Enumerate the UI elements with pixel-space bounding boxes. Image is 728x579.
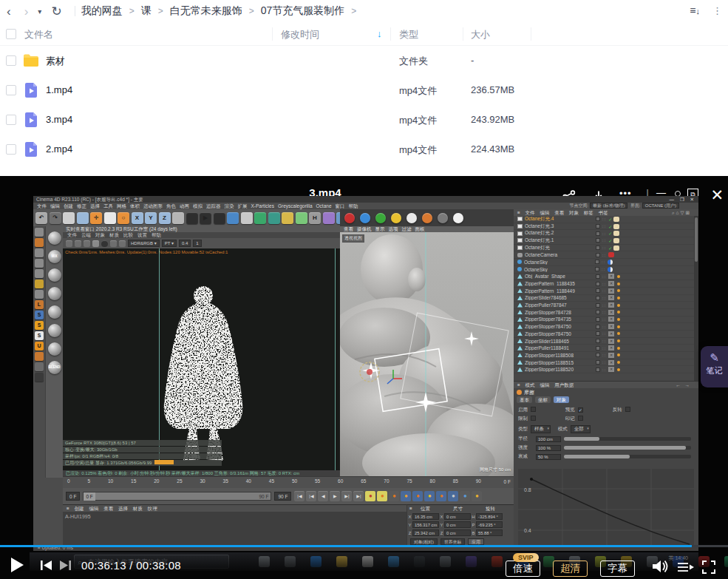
breadcrumb-course[interactable]: 课: [141, 4, 152, 18]
column-type[interactable]: 类型: [399, 28, 418, 41]
previous-button[interactable]: [40, 560, 52, 571]
refresh-icon[interactable]: ↻: [51, 5, 61, 18]
c4d-menu-item[interactable]: 体积: [130, 203, 140, 209]
octane-icon[interactable]: [422, 213, 432, 223]
object-menu-item[interactable]: 对象: [569, 210, 579, 215]
column-modified-time[interactable]: 修改时间: [281, 28, 319, 41]
breadcrumb-my-drive[interactable]: 我的网盘: [81, 4, 123, 18]
row-checkbox[interactable]: [6, 115, 16, 125]
attr-checkbox[interactable]: 启用: [518, 407, 564, 413]
object-row[interactable]: ZipperStopper1188520: :✕: [514, 366, 694, 373]
viewer-menu-item[interactable]: 对象: [95, 232, 105, 237]
sort-desc-arrow-icon[interactable]: ↓: [377, 28, 382, 39]
mode-icon[interactable]: [35, 238, 44, 247]
player-progress-bar[interactable]: [0, 545, 728, 547]
viewer-region-icon[interactable]: [92, 240, 99, 247]
c4d-menu-item[interactable]: Greyscalegorilla: [278, 203, 313, 209]
slider-track[interactable]: [564, 455, 691, 458]
end-frame-field[interactable]: 90 F: [274, 492, 291, 501]
history-dropdown-icon[interactable]: ▾: [38, 7, 41, 16]
object-menu-item[interactable]: 文件: [525, 210, 535, 215]
viewport-menu-item[interactable]: 过滤: [402, 226, 412, 231]
slider-value-field[interactable]: 100 %: [536, 445, 561, 451]
viewer-refresh-icon[interactable]: [75, 240, 81, 247]
table-row-video[interactable]: 3.mp4 mp4文件 243.92MB: [0, 105, 728, 135]
viewer-menu-item[interactable]: 设置: [137, 232, 147, 237]
back-icon[interactable]: ‹: [7, 5, 11, 18]
mode-icon[interactable]: [35, 228, 44, 237]
subtitle-button[interactable]: 字幕: [600, 561, 635, 577]
object-row[interactable]: OctaneCamera: :: [514, 251, 694, 259]
file-name[interactable]: 2.mp4: [46, 143, 72, 155]
object-row[interactable]: ZipperSlider1188465: :✕: [514, 338, 694, 345]
slider-track[interactable]: [564, 437, 691, 441]
row-checkbox[interactable]: [6, 85, 16, 95]
toolbar-icon[interactable]: [323, 212, 335, 224]
c4d-menu-item[interactable]: 角色: [166, 203, 176, 209]
transport-button[interactable]: |◀: [306, 491, 316, 501]
c4d-perspective-viewport[interactable]: 查看摄像机显示选项过滤面板 透视视图 网格尺寸 50 cm: [340, 226, 514, 476]
breadcrumb-series[interactable]: 白无常未来服饰: [170, 4, 242, 18]
viewer-menu-item[interactable]: 比较: [123, 232, 133, 237]
toolbar-icon[interactable]: X: [132, 212, 143, 224]
mode-icon[interactable]: S: [35, 311, 44, 319]
mode-icon[interactable]: [35, 352, 44, 361]
object-row[interactable]: Octane灯光.2: :✓: [514, 230, 694, 237]
mode-icon[interactable]: U: [35, 342, 44, 351]
viewer-pick-icon[interactable]: [119, 240, 126, 247]
attr-nav-arrows[interactable]: ← →: [676, 382, 691, 388]
transport-button[interactable]: |◀: [294, 491, 305, 501]
viewer-kernel-dropdown[interactable]: PT ▾: [162, 240, 177, 247]
view-toggle-icon[interactable]: ⋮: [712, 5, 722, 16]
object-row[interactable]: ZipperPuller787847: :✕: [514, 302, 694, 309]
toolbar-icon[interactable]: [77, 212, 89, 224]
table-row-video[interactable]: 2.mp4 mp4文件 224.43MB: [0, 135, 728, 164]
c4d-menu-item[interactable]: 修正: [77, 203, 86, 209]
object-menu-item[interactable]: 编辑: [540, 210, 549, 215]
keyframe-toggle-button[interactable]: ●: [460, 491, 470, 501]
keyframe-toggle-button[interactable]: ●: [436, 491, 446, 501]
column-size[interactable]: 大小: [471, 28, 490, 41]
material-menu-item[interactable]: 材质: [133, 506, 143, 511]
material-sphere-icon[interactable]: [48, 324, 61, 337]
close-icon[interactable]: ✕: [710, 186, 724, 204]
playback-speed-button[interactable]: 倍速: [506, 561, 540, 577]
object-row[interactable]: Octane灯光.1: :✓: [514, 237, 694, 245]
mode-icon[interactable]: [35, 248, 44, 257]
toolbar-icon[interactable]: [63, 212, 75, 224]
viewer-menu-item[interactable]: 云端: [81, 232, 91, 237]
attr-dropdown[interactable]: 样条: [531, 425, 551, 433]
quality-button[interactable]: 超清: [553, 561, 588, 577]
sort-icon[interactable]: ≡↓: [690, 4, 700, 16]
material-sphere-icon[interactable]: [48, 287, 61, 300]
attr-tab[interactable]: 基本: [517, 396, 532, 403]
octane-icon[interactable]: [391, 213, 401, 223]
toolbar-icon[interactable]: ○: [118, 212, 129, 224]
material-menu-item[interactable]: 编辑: [89, 506, 98, 511]
c4d-menu-item[interactable]: 窗口: [336, 203, 345, 209]
object-row[interactable]: ZipperPuller1188491: :✕: [514, 345, 694, 352]
mode-icon[interactable]: L: [35, 300, 44, 309]
row-checkbox[interactable]: [6, 144, 16, 155]
coord-field[interactable]: -69.235 °: [476, 521, 503, 528]
c4d-menu-item[interactable]: X-Particles: [251, 203, 274, 209]
attr-menu-item[interactable]: 用户数据: [554, 382, 574, 387]
render-viewport[interactable]: Check:0ms/1ms. Meshes:0ms. Update(1):0ms…: [63, 248, 340, 470]
object-manager-list[interactable]: Octane灯光.4: :✓Octane灯光.3: :✓Octane灯光.2: …: [514, 216, 694, 381]
notes-tab-button[interactable]: ✎ 笔记: [701, 346, 728, 387]
table-row-video[interactable]: 1.mp4 mp4文件 236.57MB: [0, 75, 728, 105]
c4d-menu-item[interactable]: 编辑: [50, 203, 60, 209]
c4d-menu-item[interactable]: 选择: [90, 203, 100, 209]
coord-field[interactable]: -325.894 °: [476, 513, 503, 520]
mode-icon[interactable]: S: [35, 321, 44, 330]
object-row[interactable]: ZipperPattern_1188435: :✕: [514, 280, 694, 288]
attr-tab[interactable]: 坐标: [535, 396, 551, 403]
object-row[interactable]: OctaneSky: :: [514, 259, 694, 266]
transport-button[interactable]: ▶|: [341, 491, 352, 501]
nodespace-dropdown[interactable]: 最新 (标准/物理): [590, 203, 627, 209]
c4d-menu-item[interactable]: 创建: [64, 203, 73, 209]
viewer-exposure-field[interactable]: 0.4: [179, 240, 191, 247]
coord-mode-dropdown[interactable]: 对象(相对): [410, 538, 438, 545]
c4d-menu-item[interactable]: 工具: [103, 203, 113, 209]
panel-burger-icon[interactable]: ≡: [67, 506, 69, 511]
